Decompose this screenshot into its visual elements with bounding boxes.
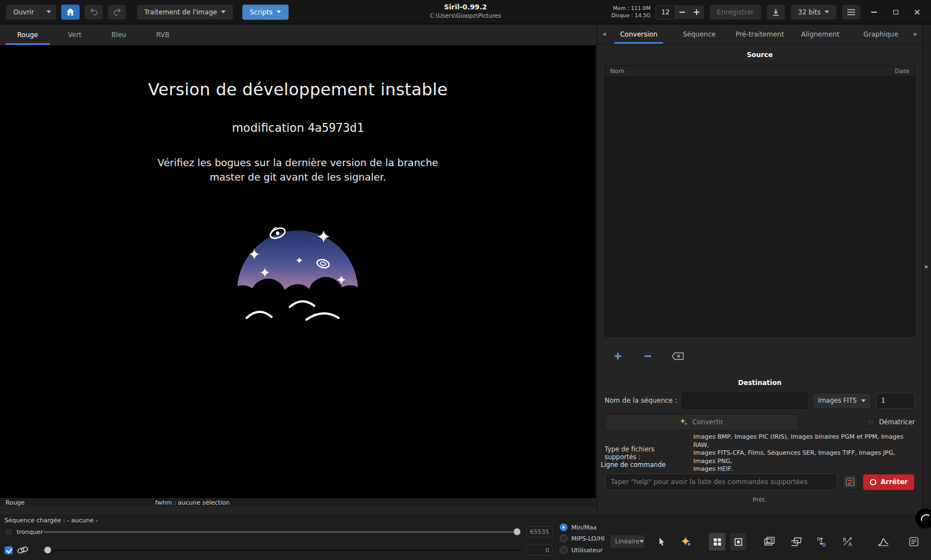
tab-conversion[interactable]: Conversion: [608, 24, 669, 44]
working-directory: C:\Users\Gloopz\Pictures: [430, 12, 502, 19]
close-button[interactable]: ×: [909, 4, 925, 20]
file-list-actions: [610, 349, 686, 363]
maximize-button[interactable]: [887, 4, 904, 20]
convert-label: Convertir: [692, 418, 723, 426]
command-row: Arrêter: [605, 473, 914, 491]
display-panel-button[interactable]: [905, 532, 923, 551]
hi-threshold-slider[interactable]: [43, 528, 521, 536]
radio-icon[interactable]: [560, 523, 567, 531]
start-index-input[interactable]: [876, 393, 915, 409]
radio-icon[interactable]: [560, 546, 567, 554]
svg-text:A: A: [848, 542, 852, 547]
open-button[interactable]: Ouvrir: [6, 4, 42, 20]
zoom-increase-button[interactable]: [690, 5, 704, 19]
tab-graphique[interactable]: Graphique: [851, 24, 911, 44]
corner-widget[interactable]: [915, 508, 931, 528]
stop-label: Arrêter: [881, 478, 908, 486]
lo-value-input[interactable]: [526, 544, 553, 556]
single-view-button[interactable]: [729, 532, 747, 551]
disk-usage: Disque : 14.5G: [611, 12, 651, 19]
slider-knob[interactable]: [44, 546, 52, 554]
convert-row: Convertir Dématricer: [605, 413, 915, 431]
image-list-button[interactable]: [761, 532, 779, 551]
main-menu-button[interactable]: [842, 4, 861, 20]
remove-files-button[interactable]: [640, 349, 656, 363]
minmax-label: Min/Max: [571, 524, 597, 531]
zoom-decrease-button[interactable]: [676, 5, 690, 19]
siril-logo: [0, 207, 596, 333]
sequence-loaded-label: Séquence chargée :: [4, 517, 65, 524]
tab-rvb[interactable]: RVB: [141, 24, 185, 45]
source-file-table[interactable]: Nom Date: [605, 65, 915, 337]
modification-label: modification: [232, 121, 304, 135]
histogram-button[interactable]: [874, 532, 892, 551]
layers-button[interactable]: [788, 532, 806, 551]
save-as-button[interactable]: [766, 4, 785, 20]
tab-sequence[interactable]: Séquence: [669, 24, 729, 44]
output-format-combo[interactable]: Images FITS: [812, 393, 871, 409]
image-processing-menu-button[interactable]: Traitement de l'image: [136, 4, 233, 20]
undo-button[interactable]: [84, 4, 103, 20]
open-dropdown-button[interactable]: [42, 4, 57, 20]
star-detection-button[interactable]: [677, 532, 695, 551]
tab-vert[interactable]: Vert: [53, 24, 96, 45]
single-frame-icon: [734, 538, 743, 546]
zoom-value-input[interactable]: [656, 5, 676, 19]
link-thresholds-checkbox[interactable]: [4, 546, 13, 554]
tab-scroll-left-button[interactable]: ◀: [600, 24, 608, 44]
demosaic-checkbox[interactable]: [867, 418, 875, 427]
panel-edge-strip: ▶: [922, 24, 931, 515]
source-title: Source: [597, 51, 922, 59]
panel-expand-handle[interactable]: ▶: [925, 264, 929, 269]
window-title-block: Siril-0.99.2 C:\Users\Gloopz\Pictures: [430, 3, 502, 19]
chevron-down-icon: [277, 11, 281, 13]
arc-icon: [919, 512, 931, 525]
memory-usage: Mem : 111.0M: [611, 5, 651, 12]
scale-value: Linéaire: [615, 538, 640, 545]
redo-button[interactable]: [108, 4, 126, 20]
tab-bleu[interactable]: Bleu: [96, 24, 141, 45]
minimize-button[interactable]: [866, 4, 882, 20]
convert-button[interactable]: Convertir: [605, 414, 799, 431]
backspace-icon: [672, 352, 684, 360]
tab-alignement[interactable]: Alignement: [790, 24, 851, 44]
radio-icon[interactable]: [560, 535, 567, 542]
channel-swap-button[interactable]: RB: [813, 532, 831, 551]
hi-value-input[interactable]: [526, 526, 553, 537]
truncate-checkbox[interactable]: [4, 528, 13, 536]
command-input[interactable]: [605, 474, 837, 490]
channel-status: Rouge: [6, 499, 25, 506]
chevron-right-icon: ▶: [925, 264, 929, 269]
bit-depth-combo[interactable]: 32 bits: [790, 4, 837, 20]
image-canvas[interactable]: Version de développement instable modifi…: [0, 45, 596, 506]
tab-pretraitement[interactable]: Pré-traitement: [729, 24, 790, 44]
tab-rouge[interactable]: Rouge: [2, 24, 53, 45]
titlebar-right: Mem : 111.0M Disque : 14.5G Enregistrer …: [611, 4, 925, 20]
save-button[interactable]: Enregistrer: [709, 4, 761, 20]
image-statusbar: Rouge fwhm : aucune sélection: [0, 498, 596, 506]
column-nom[interactable]: Nom: [610, 68, 625, 75]
display-mode-user[interactable]: Utilisateur: [560, 546, 603, 554]
display-mode-mips[interactable]: MIPS-LO/HI: [560, 535, 605, 542]
image-processing-label: Traitement de l'image: [144, 8, 217, 16]
pointer-tool-button[interactable]: [653, 532, 671, 551]
slider-knob[interactable]: [513, 528, 521, 536]
display-mode-minmax[interactable]: Min/Max: [560, 523, 597, 531]
grid-view-button[interactable]: [708, 532, 726, 551]
tab-scroll-right-button[interactable]: ▶: [911, 24, 920, 44]
slider-track[interactable]: [43, 549, 521, 551]
clear-list-button[interactable]: [669, 349, 686, 363]
command-list-button[interactable]: [842, 474, 858, 490]
scripts-menu-button[interactable]: Scripts: [242, 4, 289, 20]
sequence-loaded-status: Séquence chargée : - aucune -: [4, 517, 98, 524]
processing-panel: ◀ Conversion Séquence Pré-traitement Ali…: [597, 24, 922, 515]
rgb-compositing-button[interactable]: RA: [839, 532, 857, 551]
cursor-icon: [657, 537, 667, 547]
lo-threshold-slider[interactable]: [43, 546, 521, 554]
column-date[interactable]: Date: [895, 68, 909, 75]
add-files-button[interactable]: [610, 349, 626, 363]
stop-button[interactable]: Arrêter: [863, 474, 914, 490]
display-scale-combo[interactable]: Linéaire: [610, 535, 645, 548]
sequence-name-input[interactable]: [682, 393, 807, 409]
home-button[interactable]: [61, 4, 80, 20]
